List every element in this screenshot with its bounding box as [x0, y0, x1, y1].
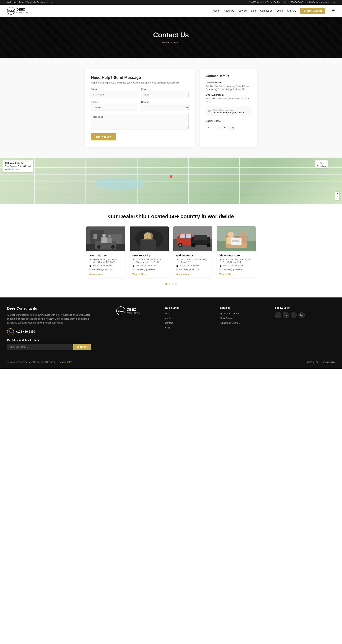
office1-detail: Offce Address-1: Autohive Car Delarship … — [206, 81, 252, 91]
topbar: Welcome!... Proof of Quality Is On the A… — [0, 0, 342, 5]
hamburger-icon[interactable]: ☰ — [331, 8, 335, 13]
breadcrumb-home[interactable]: Home — [162, 41, 169, 44]
nav-signup[interactable]: Sign Up — [287, 9, 296, 12]
contact-details-box: Contact Details Offce Address-1: Autohiv… — [200, 69, 257, 147]
email-icon: ✉ — [307, 1, 308, 4]
follow-title: Follow us on — [275, 306, 335, 309]
dot-2[interactable] — [169, 283, 170, 285]
phone-input[interactable] — [91, 104, 138, 110]
breadcrumb: Home / Contact — [7, 41, 335, 44]
mail-icon-3: ✉ — [176, 268, 177, 271]
contact-section: Need Help? Send Message Monotonectally p… — [0, 58, 342, 158]
location-info-4: Showroom Auto 📍 42-08 35th Ave, Queens, … — [217, 252, 256, 278]
breadcrumb-current: Contact — [171, 41, 179, 44]
quick-link-home-anchor[interactable]: Home — [165, 312, 171, 315]
zoom-in-button[interactable]: + — [335, 192, 340, 196]
footer-facebook-icon[interactable]: f — [275, 312, 281, 318]
location-phone-2: 📱 +90 87 78 45 65 154 — [132, 264, 166, 267]
nav-contact[interactable]: Contact Us — [260, 9, 273, 12]
map-section: 4330 Woodside Dr Coral Springs, FL 33065… — [0, 158, 342, 204]
facebook-icon[interactable]: f — [206, 124, 211, 130]
footer-twitter-icon[interactable]: t — [291, 312, 297, 318]
pin-icon-3: 📍 — [176, 258, 178, 261]
breadcrumb-separator: / — [170, 41, 171, 44]
svg-rect-49 — [232, 242, 240, 242]
svg-rect-11 — [101, 237, 107, 244]
footer-top: Deez Consultants At Deez Consultants, we… — [7, 306, 335, 350]
location-phone-1: 📱 +90 87 78 45 65 154 — [89, 264, 123, 267]
location-name-3: Redline Autos — [176, 254, 210, 257]
svg-point-9 — [111, 245, 115, 249]
privacy-link[interactable]: Privacy policy — [322, 361, 335, 363]
quick-link-home: Home — [165, 312, 213, 315]
submit-button[interactable]: Get in Touch — [91, 133, 116, 140]
subscribe-email-input[interactable] — [7, 344, 73, 350]
navbar: DEEZ DEEZ CONSULTANTS Home About Us Serv… — [0, 5, 342, 17]
quick-link-blogs-anchor[interactable]: Blogs — [165, 326, 171, 329]
email-detail: ✉ General communication exampleautohive@… — [206, 106, 252, 116]
name-input[interactable] — [91, 92, 138, 98]
location-name-4: Showroom Auto — [219, 254, 253, 257]
service-uber-anchor[interactable]: Uber Career — [220, 317, 233, 320]
name-field-group: Name — [91, 88, 138, 98]
dealership-section: Our Dealership Located 50+ country in wo… — [0, 204, 342, 298]
svg-rect-2 — [94, 234, 97, 239]
svg-rect-13 — [107, 238, 112, 243]
become-driver-button[interactable]: Become A Driver — [300, 8, 325, 14]
phone-label: Phone — [91, 101, 138, 103]
nav-blog[interactable]: Blog — [251, 9, 256, 12]
quick-link-contact-anchor[interactable]: Contact — [165, 322, 173, 324]
topbar-welcome-text: Welcome!... Proof of Quality Is On the A… — [7, 1, 52, 4]
topbar-contact-info: 📍 4330 Woodside Circle, Florida 📞 +1123-… — [248, 1, 335, 4]
form-subtitle: Monotonectally pursue e-business sources… — [91, 81, 189, 84]
behance-icon[interactable]: Be — [222, 124, 228, 130]
footer-legal-links: Terms of use Privacy policy — [303, 361, 335, 363]
dot-4[interactable] — [175, 283, 177, 285]
footer-logo: DEEZ DEEZ CONSULTANTS — [116, 306, 140, 315]
location-img-3 — [173, 226, 212, 252]
form-row-2: Phone Service — [91, 101, 189, 111]
view-map-link-4[interactable]: View on Map → — [219, 273, 235, 276]
designer-link[interactable]: Zonewebsites — [59, 361, 72, 363]
pin-icon-4: 📍 — [219, 258, 222, 261]
footer-behance-icon[interactable]: Be — [299, 312, 305, 318]
service-license-anchor[interactable]: Authorized License — [220, 322, 240, 324]
quick-link-blogs: Blogs — [165, 326, 213, 329]
topbar-phone: 📞 +1123-456-7890 — [284, 1, 303, 4]
twitter-icon[interactable]: t — [214, 124, 220, 130]
view-larger-map-link[interactable]: View larger map — [5, 168, 19, 170]
view-map-link-3[interactable]: View on Map → — [176, 273, 191, 276]
nav-about[interactable]: About Us — [224, 9, 234, 12]
service-select[interactable] — [141, 104, 189, 111]
social-share: Social Share f t Be ◎ — [206, 120, 252, 130]
zoom-out-button[interactable]: − — [335, 196, 340, 200]
nav-home[interactable]: Home — [213, 9, 219, 12]
email-value: exampleautohive@gmail.com — [213, 111, 245, 114]
svg-rect-28 — [180, 234, 185, 238]
logo-emblem: DEEZ — [7, 7, 15, 15]
nav-login[interactable]: Login — [277, 9, 283, 12]
location-email-4: ✉ autohive@gmail.com — [219, 268, 253, 271]
dot-1[interactable] — [165, 283, 167, 285]
directions-button[interactable]: ⟳ Directions — [315, 160, 328, 168]
footer-brand-desc: At Deez Consultants, we empower drivers … — [7, 313, 91, 325]
subscribe-button[interactable]: Subscribe — [73, 344, 91, 350]
footer-linkedin-icon[interactable]: in — [283, 312, 289, 318]
footer-phone: 📞 +123-456-7890 — [7, 328, 91, 335]
terms-link[interactable]: Terms of use — [306, 361, 319, 363]
svg-point-42 — [228, 232, 234, 237]
phone-icon: 📞 — [284, 1, 286, 4]
location-info-1: New York City 📍 1840 E Garvey Ave South … — [86, 252, 125, 278]
nav-service[interactable]: Service — [238, 9, 247, 12]
dribbble-icon[interactable]: ◎ — [230, 124, 236, 130]
location-name-2: New York City — [132, 254, 166, 257]
view-map-link-1[interactable]: View on Map → — [89, 273, 105, 276]
message-textarea[interactable] — [91, 114, 189, 130]
svg-point-44 — [241, 232, 246, 236]
email-input[interactable] — [141, 92, 189, 98]
service-driver-anchor[interactable]: Driver Recruitment — [220, 312, 239, 315]
view-map-link-2[interactable]: View on Map → — [132, 273, 148, 276]
quick-link-about-anchor[interactable]: About — [165, 317, 171, 320]
phone-circle-icon: 📞 — [7, 328, 14, 335]
dot-3[interactable] — [172, 283, 173, 285]
